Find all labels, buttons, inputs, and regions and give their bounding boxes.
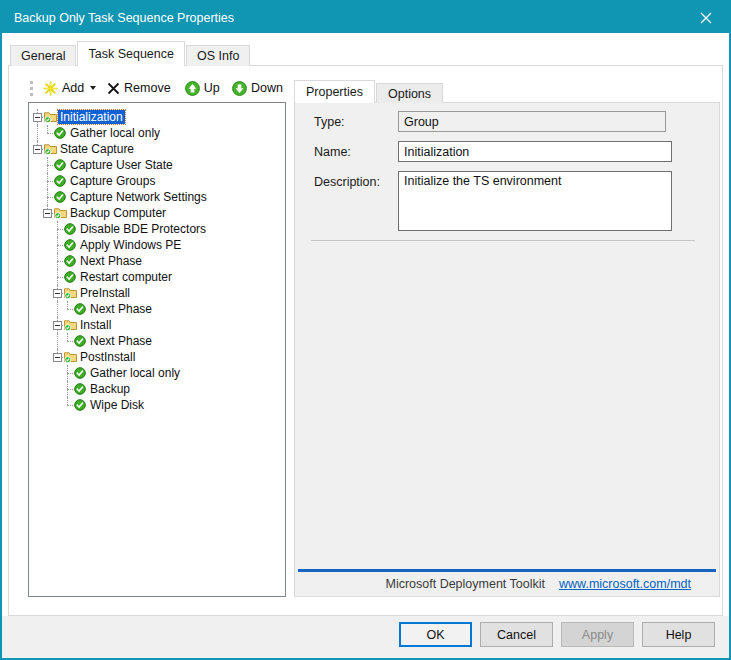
tree-item-label[interactable]: Disable BDE Protectors [78, 222, 208, 236]
tree-item-label[interactable]: Capture Network Settings [68, 190, 209, 204]
step-check-icon [74, 383, 86, 395]
tree-item-label[interactable]: State Capture [58, 142, 136, 156]
expand-collapse-box[interactable] [53, 321, 62, 330]
step-check-icon [54, 159, 66, 171]
step-check-icon [64, 255, 76, 267]
properties-panel: Type: Name: Description: Initialize the … [294, 102, 720, 597]
tree-item-label[interactable]: Backup [88, 382, 132, 396]
tree-group-install[interactable]: Install [31, 317, 283, 333]
main-tab-strip: GeneralTask SequenceOS Info [10, 42, 251, 66]
step-check-icon [64, 271, 76, 283]
tab-os-info[interactable]: OS Info [186, 45, 250, 66]
tree-step-next-phase[interactable]: Next Phase [31, 253, 283, 269]
tree-item-label[interactable]: Initialization [58, 110, 125, 124]
tree-step-apply-windows-pe[interactable]: Apply Windows PE [31, 237, 283, 253]
tree-item-label[interactable]: Wipe Disk [88, 398, 146, 412]
remove-button[interactable]: Remove [104, 79, 174, 97]
help-button[interactable]: Help [642, 622, 715, 647]
step-check-icon [54, 175, 66, 187]
name-label: Name: [314, 145, 351, 159]
tree-step-gather-local-only[interactable]: Gather local only [31, 125, 283, 141]
dialog-button-row: OKCancelApplyHelp [399, 622, 715, 647]
up-button[interactable]: Up [182, 79, 223, 98]
expand-collapse-box[interactable] [33, 145, 42, 154]
tree-item-label[interactable]: Restart computer [78, 270, 174, 284]
step-check-icon [74, 335, 86, 347]
mdt-link[interactable]: www.microsoft.com/mdt [559, 577, 691, 591]
tree-step-gather-local-only[interactable]: Gather local only [31, 365, 283, 381]
tree-group-backup-computer[interactable]: Backup Computer [31, 205, 283, 221]
add-label: Add [62, 81, 84, 95]
tree-item-label[interactable]: PostInstall [78, 350, 137, 364]
group-folder-icon [64, 351, 77, 363]
tree-rows: InitializationGather local onlyState Cap… [31, 109, 283, 413]
footer-separator [298, 569, 716, 572]
add-starburst-icon [43, 81, 58, 96]
panel-tab-options[interactable]: Options [376, 83, 443, 103]
tree-item-label[interactable]: Capture User State [68, 158, 175, 172]
tree-step-capture-groups[interactable]: Capture Groups [31, 173, 283, 189]
window-title: Backup Only Task Sequence Properties [2, 11, 234, 25]
tree-step-disable-bde-protectors[interactable]: Disable BDE Protectors [31, 221, 283, 237]
tree-item-label[interactable]: Gather local only [88, 366, 182, 380]
description-field[interactable]: Initialize the TS environment [398, 171, 672, 231]
step-check-icon [74, 399, 86, 411]
tree-step-backup[interactable]: Backup [31, 381, 283, 397]
tree-item-label[interactable]: Capture Groups [68, 174, 157, 188]
description-label: Description: [314, 175, 380, 189]
panel-divider [311, 240, 695, 241]
panel-footer: Microsoft Deployment Toolkit www.microso… [295, 577, 719, 591]
task-sequence-tree[interactable]: InitializationGather local onlyState Cap… [28, 102, 286, 597]
expand-collapse-box[interactable] [43, 209, 52, 218]
panel-tab-properties[interactable]: Properties [294, 80, 375, 103]
tree-group-preinstall[interactable]: PreInstall [31, 285, 283, 301]
tree-step-next-phase[interactable]: Next Phase [31, 333, 283, 349]
tree-item-label[interactable]: Install [78, 318, 113, 332]
tree-item-label[interactable]: Backup Computer [68, 206, 168, 220]
add-button[interactable]: Add [40, 79, 99, 98]
toolbar-grip[interactable] [30, 81, 33, 96]
expand-collapse-box[interactable] [53, 353, 62, 362]
tree-item-label[interactable]: Next Phase [88, 302, 154, 316]
up-arrow-icon [185, 81, 200, 96]
tab-task-sequence[interactable]: Task Sequence [77, 41, 184, 66]
add-dropdown-icon [90, 86, 96, 90]
tree-step-capture-network-settings[interactable]: Capture Network Settings [31, 189, 283, 205]
step-check-icon [64, 223, 76, 235]
expand-collapse-box[interactable] [53, 289, 62, 298]
group-folder-icon [54, 207, 67, 219]
tree-item-label[interactable]: Gather local only [68, 126, 162, 140]
tree-step-capture-user-state[interactable]: Capture User State [31, 157, 283, 173]
tree-item-label[interactable]: PreInstall [78, 286, 132, 300]
tree-step-wipe-disk[interactable]: Wipe Disk [31, 397, 283, 413]
remove-x-icon [107, 82, 120, 95]
panel-tab-strip: PropertiesOptions [294, 80, 444, 103]
down-label: Down [251, 81, 283, 95]
group-folder-icon [64, 319, 77, 331]
apply-button: Apply [561, 622, 634, 647]
tree-item-label[interactable]: Next Phase [78, 254, 144, 268]
tree-item-label[interactable]: Apply Windows PE [78, 238, 183, 252]
tree-toolbar: Add Remove Up Down [28, 76, 286, 100]
expand-collapse-box[interactable] [33, 113, 42, 122]
tree-group-initialization[interactable]: Initialization [31, 109, 283, 125]
step-check-icon [74, 367, 86, 379]
name-field[interactable] [398, 141, 672, 162]
tab-general[interactable]: General [10, 45, 76, 66]
step-check-icon [54, 127, 66, 139]
ok-button[interactable]: OK [399, 622, 472, 647]
mdt-footer-text: Microsoft Deployment Toolkit [385, 577, 545, 591]
task-sequence-properties-dialog: Backup Only Task Sequence Properties Gen… [0, 0, 731, 660]
remove-label: Remove [124, 81, 171, 95]
tree-step-next-phase[interactable]: Next Phase [31, 301, 283, 317]
tree-group-state-capture[interactable]: State Capture [31, 141, 283, 157]
cancel-button[interactable]: Cancel [480, 622, 553, 647]
tree-item-label[interactable]: Next Phase [88, 334, 154, 348]
tree-step-restart-computer[interactable]: Restart computer [31, 269, 283, 285]
tree-group-postinstall[interactable]: PostInstall [31, 349, 283, 365]
close-button[interactable] [689, 2, 723, 33]
down-button[interactable]: Down [229, 79, 286, 98]
step-check-icon [64, 239, 76, 251]
close-icon [700, 12, 712, 24]
group-folder-icon [44, 143, 57, 155]
